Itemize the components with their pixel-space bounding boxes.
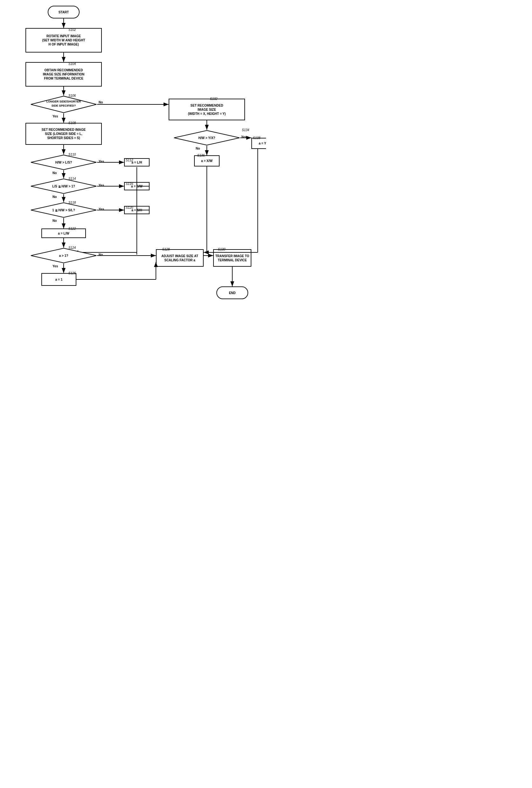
s132-label: SET RECOMMENDED IMAGE SIZE (WIDTH = X, H…	[188, 103, 226, 116]
s120-box: a = S/H	[124, 206, 150, 214]
s118-diamond: 1 ≧ H/W > S/L?	[30, 202, 97, 218]
flowchart: START S102 ROTATE INPUT IMAGE (SET WIDTH…	[0, 0, 266, 394]
svg-text:LONGER SIDE/SHORTER: LONGER SIDE/SHORTER	[46, 100, 81, 103]
end-label: END	[229, 291, 235, 295]
s130-box: TRANSFER IMAGE TO TERMINAL DEVICE	[213, 249, 251, 267]
end-node: END	[216, 287, 248, 299]
s108-label: SET RECOMMENDED IMAGE SIZE (LONGER SIDE …	[42, 127, 85, 140]
s138-box: a = Y/H	[251, 138, 266, 149]
s106-diamond: LONGER SIDE/SHORTER SIDE SPECIFIED?	[30, 96, 97, 113]
s108-box: SET RECOMMENDED IMAGE SIZE (LONGER SIDE …	[25, 123, 102, 145]
start-node: START	[48, 6, 80, 18]
s102-box: ROTATE INPUT IMAGE (SET WIDTH W AND HEIG…	[25, 28, 102, 53]
s104-box: OBTAIN RECOMMENDED IMAGE SIZE INFORMATIO…	[25, 62, 102, 86]
s120-label: a = S/H	[132, 208, 142, 212]
svg-text:a > 1?: a > 1?	[59, 254, 68, 257]
s138-label: a = Y/H	[259, 141, 266, 145]
s134-yes-label: Yes	[241, 135, 247, 139]
s102-label: ROTATE INPUT IMAGE (SET WIDTH W AND HEIG…	[42, 34, 85, 46]
svg-text:H/W > Y/X?: H/W > Y/X?	[199, 136, 215, 140]
svg-text:L/S ≧ H/W > 1?: L/S ≧ H/W > 1?	[52, 184, 75, 188]
s106-yes-label: Yes	[53, 115, 58, 118]
s116-label: a = S/W	[131, 184, 142, 189]
svg-text:SIDE SPECIFIED?: SIDE SPECIFIED?	[52, 104, 76, 107]
s126-label: a = 1	[55, 277, 63, 282]
s110-diamond: H/W > L/S?	[30, 154, 97, 170]
s118-yes-label: Yes	[99, 208, 104, 211]
start-label: START	[59, 10, 69, 14]
s112-label: a = L/H	[132, 160, 142, 164]
s122-box: a = L/W	[41, 229, 86, 238]
s124-yes-label: Yes	[53, 264, 58, 268]
s122-label: a = L/W	[58, 231, 69, 236]
svg-text:1 ≧ H/W > S/L?: 1 ≧ H/W > S/L?	[52, 209, 75, 212]
s114-yes-label: Yes	[99, 184, 104, 187]
s128-label: ADJUST IMAGE SIZE AT SCALING FACTOR a	[161, 254, 198, 262]
step-s134: S134	[242, 128, 249, 132]
s134-diamond: H/W > Y/X?	[173, 130, 240, 146]
s110-no-label: No	[53, 171, 57, 175]
s114-diamond: L/S ≧ H/W > 1?	[30, 178, 97, 194]
arrows-svg	[0, 0, 266, 394]
s134-no-label: No	[196, 147, 200, 150]
s136-box: a = X/W	[194, 155, 219, 166]
s118-no-label: No	[53, 219, 57, 222]
s110-yes-label: Yes	[99, 160, 104, 163]
s106-no-label: No	[99, 101, 103, 104]
s128-box: ADJUST IMAGE SIZE AT SCALING FACTOR a	[156, 249, 204, 267]
s114-no-label: No	[53, 195, 57, 199]
svg-text:H/W > L/S?: H/W > L/S?	[55, 161, 72, 164]
s136-label: a = X/W	[201, 159, 213, 163]
s126-box: a = 1	[41, 273, 76, 286]
s112-box: a = L/H	[124, 158, 150, 166]
s116-box: a = S/W	[124, 182, 150, 190]
s132-box: SET RECOMMENDED IMAGE SIZE (WIDTH = X, H…	[169, 99, 245, 120]
s124-diamond: a > 1?	[30, 248, 97, 263]
s130-label: TRANSFER IMAGE TO TERMINAL DEVICE	[215, 254, 249, 262]
s124-no-label: No	[99, 253, 103, 257]
s104-label: OBTAIN RECOMMENDED IMAGE SIZE INFORMATIO…	[43, 68, 84, 80]
